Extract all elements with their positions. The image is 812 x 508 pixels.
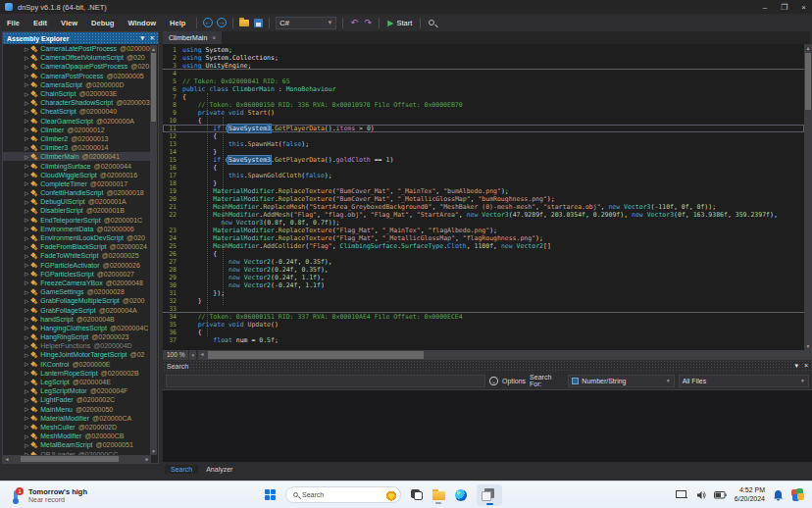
tree-item-cameralatepostprocess[interactable]: ▷CameraLatePostProcess@0200000 [3,44,151,53]
expander-icon[interactable]: ▷ [25,289,28,295]
expander-icon[interactable]: ▷ [25,118,28,124]
expander-icon[interactable]: ▷ [25,244,28,250]
menu-file[interactable]: File [0,19,26,27]
code-line[interactable]: 25 MeshModifier.AddCollider("Flag", Clim… [163,242,804,250]
menu-help[interactable]: Help [163,19,192,27]
zoom-level[interactable]: 100 % [163,350,188,360]
tree-item-grabfoliagemultiplescript[interactable]: ▷GrabFoliageMultipleScript@0200 [3,296,151,305]
code-line[interactable]: 1using System; [163,46,804,54]
code-line[interactable]: 14 } [163,148,804,156]
undo-button[interactable]: ↶ [347,16,361,29]
tree-item-fadetowhitescript[interactable]: ▷FadeToWhiteScript@02000025 [3,251,151,260]
code-line[interactable]: 24 MaterialModifier.ReplaceTexture("Flag… [163,234,804,242]
scroll-up-icon[interactable]: ▲ [804,44,812,52]
expander-icon[interactable]: ▷ [25,55,28,61]
tree-item-completetimer[interactable]: ▷CompleteTimer@02000017 [3,179,151,188]
scrollbar-thumb[interactable] [21,456,119,462]
expander-icon[interactable]: ▷ [25,199,28,205]
options-expander-icon[interactable]: ⌄ [489,377,498,385]
expander-icon[interactable]: ▷ [25,172,28,178]
bottom-tab-search[interactable]: Search [165,465,198,474]
tree-item-fgparticleactivator[interactable]: ▷FGParticleActivator@02000026 [3,261,151,270]
tree-item-cameraoffsetvolumescript[interactable]: ▷CameraOffsetVolumeScript@020 [3,53,151,62]
tree-item-cleargamescript[interactable]: ▷ClearGameScript@0200000A [3,117,151,126]
search-assemblies-button[interactable] [425,16,438,29]
expander-icon[interactable]: ▷ [25,361,28,367]
tree-item-ikcontrol[interactable]: ▷IKControl@0200000E [3,360,151,369]
code-line[interactable]: 11 if (SaveSystem3.GetPlayerData().items… [163,125,804,132]
tree-item-handscript[interactable]: ▷handScript@0200004B [3,315,151,324]
tree-item-hangingclothesscript[interactable]: ▷HangingClothesScript@0200004C [3,324,151,332]
display-tray-icon[interactable] [676,490,688,500]
battery-tray-icon[interactable] [714,491,727,499]
search-results-area[interactable] [163,389,812,462]
code-line[interactable]: 36 { [163,329,804,336]
tree-item-helperfunctions[interactable]: ▷HelperFunctions@0200004D [3,341,151,350]
search-panel-header[interactable]: Search ▾ × [163,360,812,372]
tree-item-disablerscript[interactable]: ▷DisablerScript@0200001B [3,206,151,215]
tree-item-charactershadowscript[interactable]: ▷CharacterShadowScript@0200003 [3,98,151,107]
search-type-combobox[interactable]: Number/String ▼ [568,375,674,387]
code-line[interactable]: 26 { [163,250,804,258]
scroll-right-icon[interactable]: ► [143,455,151,463]
tree-item-meshculler[interactable]: ▷MeshCuller@0200002D [3,423,151,432]
task-view-button[interactable] [411,489,423,500]
code-line[interactable]: 35 private void Update() [163,321,804,329]
code-line[interactable]: 34 // Token: 0x06000151 RID: 337 RVA: 0x… [163,313,804,321]
expander-icon[interactable]: ▷ [25,334,28,340]
pane-menu-icon[interactable]: ▾ [794,362,798,370]
expander-icon[interactable]: ▷ [25,135,28,141]
expander-icon[interactable]: ▷ [25,271,28,277]
tree-item-cloudwigglescript[interactable]: ▷CloudWiggleScript@02000016 [3,171,151,179]
restore-button[interactable]: ❐ [781,3,787,12]
tree-item-climbingsurface[interactable]: ▷ClimbingSurface@02000044 [3,161,151,170]
editor-vertical-scrollbar[interactable]: ▲ ▼ [804,44,812,350]
code-line[interactable]: 20 MaterialModifier.ReplaceTexture("BumC… [163,195,804,203]
tree-item-fgparticlesscript[interactable]: ▷FGParticlesScript@02000027 [3,270,151,279]
tree-item-lanternropescript[interactable]: ▷LanternRopeScript@0200002B [3,369,151,378]
menu-edit[interactable]: Edit [26,19,54,27]
start-debug-button[interactable]: ▶ Start [383,19,416,27]
menu-debug[interactable]: Debug [84,19,121,27]
language-combobox[interactable]: C# ▼ [276,17,336,29]
code-line[interactable]: new Vector3(0.8f, 0.8f, 0.7f)); [163,219,804,227]
weather-widget[interactable]: 1 Tomorrow's high Near record [0,487,265,503]
notifications-bell-icon[interactable] [773,489,784,501]
expander-icon[interactable]: ▷ [25,352,28,358]
edge-browser-button[interactable] [455,489,467,501]
tree-item-metalbeamscript[interactable]: ▷MetalBeamScript@02000051 [3,440,151,449]
tree-item-camerascript[interactable]: ▷CameraScript@0200000D [3,80,151,89]
tree-item-chainscript[interactable]: ▷ChainScript@0200003E [3,89,151,98]
pane-close-icon[interactable]: × [150,34,154,42]
tab-climbermain[interactable]: ClimberMain × [163,31,222,44]
code-line[interactable]: 31 }); [163,289,804,297]
tree-item-fadefromblackscript[interactable]: ▷FadeFromBlackScript@02000024 [3,242,151,251]
assembly-explorer-header[interactable]: Assembly Explorer ▾ × [3,32,158,44]
minimize-button[interactable]: – [763,3,767,12]
expander-icon[interactable]: ▷ [25,81,28,87]
expander-icon[interactable]: ▷ [25,307,28,313]
tree-item-lightfader[interactable]: ▷LightFader@0200002C [3,395,151,404]
pane-close-icon[interactable]: × [804,362,808,370]
pane-menu-icon[interactable]: ▾ [140,34,144,42]
navigate-forward-button[interactable]: → [215,16,228,29]
expander-icon[interactable]: ▷ [25,316,28,322]
code-line[interactable]: 6public class ClimberMain : MonoBehaviou… [163,85,804,93]
expander-icon[interactable]: ▷ [25,380,28,385]
code-line[interactable]: 12 { [163,132,804,140]
expander-icon[interactable]: ▷ [25,127,28,132]
tab-close-icon[interactable]: × [212,34,216,41]
code-line[interactable]: 22 MeshModifier.AddMesh("Flag", "flag.ob… [163,211,804,219]
tree-item-environmentlookdevscript[interactable]: ▷EnvironmentLookDevScript@020 [3,233,151,242]
save-all-button[interactable] [251,16,265,29]
expander-icon[interactable]: ▷ [25,190,28,196]
expander-icon[interactable]: ▷ [25,154,28,160]
menu-view[interactable]: View [54,19,84,27]
start-button[interactable] [265,489,276,500]
code-line[interactable]: 21 MeshModifier.ReplaceMesh("StartArea_G… [163,203,804,211]
tree-item-hingejointmotortargetscript[interactable]: ▷HingeJointMotorTargetScript@02 [3,350,151,359]
expander-icon[interactable]: ▷ [25,370,28,376]
tree-item-freezecameraybox[interactable]: ▷FreezeCameraYBox@02000048 [3,279,151,287]
code-line[interactable]: 18 } [163,179,804,187]
tree-item-meshmodifier[interactable]: ▷MeshModifier@020000CB [3,432,151,440]
